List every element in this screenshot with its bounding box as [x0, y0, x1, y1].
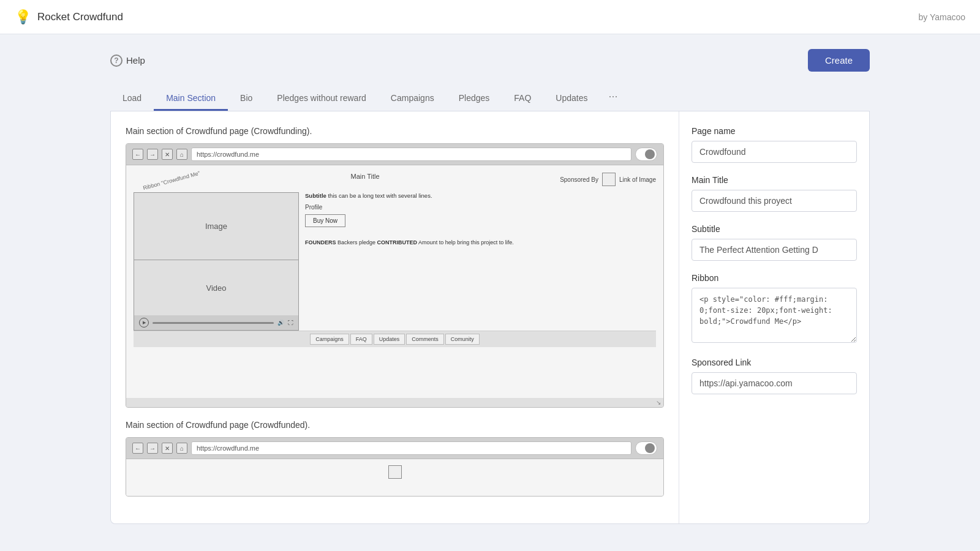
- close-button[interactable]: ✕: [162, 149, 173, 160]
- url-bar-2[interactable]: https://crowdfund.me: [191, 441, 631, 455]
- page-name-label: Page name: [692, 126, 857, 136]
- form-panel: Page name Main Title Subtitle Ribbon <p …: [679, 111, 869, 523]
- sponsored-img-2: [388, 465, 402, 479]
- form-group-subtitle: Subtitle: [692, 224, 857, 261]
- tab-main-section[interactable]: Main Section: [154, 87, 228, 111]
- browser-mockup-1: ← → ✕ ⌂ https://crowdfund.me Ribbon "Cro…: [126, 143, 664, 408]
- browser-content-2: [126, 459, 663, 496]
- toggle-dot: [645, 149, 655, 159]
- tab-pledges-without-reward[interactable]: Pledges without reward: [265, 87, 379, 111]
- tab-more-button[interactable]: ···: [600, 84, 626, 111]
- home-button-2[interactable]: ⌂: [176, 443, 187, 454]
- profile-label: Profile: [305, 204, 656, 211]
- toggle-dot-2: [645, 443, 655, 453]
- wf-nav-faq: FAQ: [350, 334, 372, 345]
- wf-nav-comments: Comments: [406, 334, 444, 345]
- sponsored-img-box: [602, 173, 616, 186]
- expand-icon: ⛶: [288, 320, 293, 326]
- stats-backers: Backers pledge: [337, 239, 375, 246]
- brand-label: by Yamacoo: [918, 12, 965, 22]
- wf-nav-updates: Updates: [374, 334, 405, 345]
- form-group-page-name: Page name: [692, 126, 857, 163]
- forward-button-2[interactable]: →: [147, 443, 158, 454]
- subtitle-text: this can be a long text with several lin…: [328, 192, 432, 199]
- tab-load[interactable]: Load: [110, 87, 154, 111]
- sponsored-area: Sponsored By Link of Image: [560, 173, 656, 186]
- sponsored-link-input[interactable]: [692, 372, 857, 394]
- wireframe-nav: Campaigns FAQ Updates Comments Comunity: [134, 331, 656, 347]
- help-icon: ?: [110, 54, 123, 67]
- app-brand: 💡 Rocket Crowdfund: [15, 9, 123, 25]
- wireframe-header: Ribbon "Crowdfund Me" Main Title Sponsor…: [134, 173, 656, 186]
- form-group-main-title: Main Title: [692, 175, 857, 212]
- forward-button[interactable]: →: [147, 149, 158, 160]
- help-label: Help: [126, 55, 145, 66]
- link-of-image-label: Link of Image: [619, 176, 656, 183]
- url-bar-1[interactable]: https://crowdfund.me: [191, 148, 631, 161]
- page-name-input[interactable]: [692, 141, 857, 163]
- volume-icon: 🔊: [277, 320, 284, 326]
- sponsored-by-label: Sponsored By: [560, 176, 598, 183]
- app-title: Rocket Crowdfund: [37, 11, 123, 23]
- search-toggle-2[interactable]: [635, 441, 657, 455]
- tab-pledges[interactable]: Pledges: [447, 87, 502, 111]
- stats-desc: Amount to help bring this project to lif…: [418, 239, 514, 246]
- progress-bar: [153, 322, 274, 324]
- tab-faq[interactable]: FAQ: [502, 87, 543, 111]
- section1-label: Main section of Crowdfund page (Crowdfun…: [126, 126, 664, 136]
- main-area: ? Help Create Load Main Section Bio Pled…: [86, 34, 894, 539]
- tab-bio[interactable]: Bio: [228, 87, 265, 111]
- ribbon-textarea[interactable]: <p style="color: #fff;margin: 0;font-siz…: [692, 288, 857, 343]
- toolbar-row: ? Help Create: [110, 49, 870, 72]
- media-box: Image Video ▶ 🔊 ⛶: [134, 192, 299, 331]
- help-button[interactable]: ? Help: [110, 54, 145, 67]
- stats-row: FOUNDERS Backers pledge CONTRIBUTED Amou…: [305, 239, 656, 246]
- browser-toolbar-1: ← → ✕ ⌂ https://crowdfund.me: [126, 144, 663, 165]
- tab-campaigns[interactable]: Campaigns: [379, 87, 447, 111]
- video-controls: ▶ 🔊 ⛶: [134, 315, 298, 330]
- wireframe-media: Image Video ▶ 🔊 ⛶: [134, 192, 299, 331]
- tab-updates[interactable]: Updates: [543, 87, 600, 111]
- main-title-wf: Main Title: [170, 173, 560, 180]
- back-button[interactable]: ←: [132, 149, 143, 160]
- browser-toolbar-2: ← → ✕ ⌂ https://crowdfund.me: [126, 438, 663, 459]
- form-group-sponsored-link: Sponsored Link: [692, 358, 857, 394]
- wireframe-body: Image Video ▶ 🔊 ⛶: [134, 192, 656, 331]
- wireframe-right: Subtitle this can be a long text with se…: [305, 192, 656, 331]
- video-box: Video: [134, 260, 298, 315]
- form-group-ribbon: Ribbon <p style="color: #fff;margin: 0;f…: [692, 273, 857, 345]
- content-layout: Main section of Crowdfund page (Crowdfun…: [110, 111, 870, 524]
- subtitle-wf: Subtitle this can be a long text with se…: [305, 192, 656, 199]
- subtitle-input[interactable]: [692, 239, 857, 261]
- url-text-2: https://crowdfund.me: [197, 444, 259, 452]
- wf-nav-campaigns: Campaigns: [310, 334, 349, 345]
- home-button[interactable]: ⌂: [176, 149, 187, 160]
- back-button-2[interactable]: ←: [132, 443, 143, 454]
- subtitle-bold: Subtitle: [305, 192, 326, 199]
- buy-now-button[interactable]: Buy Now: [305, 214, 345, 227]
- close-button-2[interactable]: ✕: [162, 443, 173, 454]
- tabs-row: Load Main Section Bio Pledges without re…: [110, 84, 870, 111]
- sponsored-link-label: Sponsored Link: [692, 358, 857, 367]
- url-text-1: https://crowdfund.me: [197, 151, 259, 158]
- browser-content-1: Ribbon "Crowdfund Me" Main Title Sponsor…: [126, 165, 663, 398]
- search-toggle-1[interactable]: [635, 148, 657, 161]
- main-title-input[interactable]: [692, 190, 857, 212]
- stats-contributed: CONTRIBUTED: [377, 239, 418, 246]
- resize-handle[interactable]: ↘: [126, 398, 663, 407]
- section2-label: Main section of Crowdfund page (Crowdfun…: [126, 420, 664, 430]
- stats-founders: FOUNDERS: [305, 239, 336, 246]
- video-label: Video: [206, 283, 226, 293]
- browser-mockup-2: ← → ✕ ⌂ https://crowdfund.me: [126, 437, 664, 497]
- logo-icon: 💡: [15, 9, 31, 25]
- preview-panel: Main section of Crowdfund page (Crowdfun…: [111, 111, 679, 523]
- image-label: Image: [205, 222, 227, 231]
- image-box: Image: [134, 193, 298, 260]
- ribbon-label: Ribbon: [692, 273, 857, 283]
- top-navigation: 💡 Rocket Crowdfund by Yamacoo: [0, 0, 980, 34]
- main-title-label: Main Title: [692, 175, 857, 185]
- subtitle-label: Subtitle: [692, 224, 857, 234]
- create-button[interactable]: Create: [808, 49, 870, 72]
- wf-nav-comunity: Comunity: [445, 334, 480, 345]
- play-icon[interactable]: ▶: [139, 318, 149, 328]
